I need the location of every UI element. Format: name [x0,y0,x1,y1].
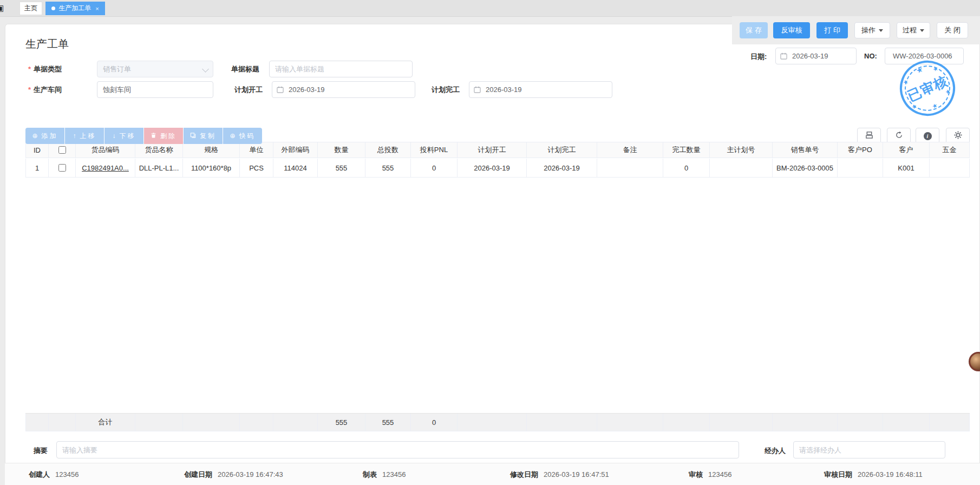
spec-cell: 1100*160*8p [183,159,240,177]
col-header: 备注 [597,142,663,158]
workshop-input[interactable] [97,81,213,98]
col-header: 货品名称 [135,142,183,158]
audit-trail-bar: 创建人123456 创建日期2026-03-19 16:47:43 制表1234… [5,463,980,485]
col-header: 规格 [183,142,240,158]
tab-home[interactable]: 主页 [19,2,42,15]
col-header: 货品编码 [76,142,135,158]
plan-start-field[interactable] [272,81,415,98]
auditor-info: 审核123456 [689,470,731,480]
workshop-field[interactable] [97,81,213,98]
move-up-button[interactable]: ↑上移 [65,128,104,144]
info-icon: i [924,132,932,140]
total-cell [135,414,183,431]
copy-row-button[interactable]: 复制 [184,128,223,144]
doc-type-select[interactable]: 销售订单 [97,61,213,77]
row-select-cell [49,159,76,177]
tab-production-order[interactable]: 生产加工单 × [45,2,105,15]
col-header: 五金 [930,142,970,158]
tab-bar: ▣ 主页 生产加工单 × [0,0,980,17]
add-row-button[interactable]: ⊕添加 [25,128,64,144]
doc-no-label: NO: [864,52,877,60]
total-cell [25,414,49,431]
plan-finish-input[interactable] [469,81,612,98]
item-name-cell: DLL-PL-L1... [135,159,183,177]
workshop-label: 生产车间 [34,85,62,95]
col-header: 外部编码 [273,142,318,158]
total-cell [930,414,970,431]
plan-start-input[interactable] [272,81,415,98]
plan-finish-cell: 2026-03-19 [527,159,597,177]
create-date-info: 创建日期2026-03-19 16:47:43 [184,470,283,480]
circle-plus-icon: ⊕ [32,132,37,140]
plan-start-label: 计划开工 [234,85,263,95]
summary-input[interactable] [56,441,739,458]
doc-type-value: 销售订单 [97,61,213,77]
doc-type-label: 单据类型 [34,64,62,74]
sales-order-cell: BM-2026-03-0005 [773,159,838,177]
total-cast-cell: 555 [365,159,411,177]
production-work-order-app: ▣ 主页 生产加工单 × 保存 反审核 打印 操作 过程 关闭 日期: NO: … [0,0,980,485]
doc-title-field[interactable] [269,61,413,77]
summary-label: 摘要 [34,446,48,456]
close-button[interactable]: 关闭 [937,22,968,38]
doc-title-label: 单据标题 [231,64,259,74]
doc-title-input[interactable] [269,61,413,77]
process-dropdown-button[interactable]: 过程 [897,22,930,38]
table-row: 1 C1982491A0... DLL-PL-L1... 1100*160*8p… [25,159,970,178]
plan-finish-field[interactable] [469,81,612,98]
total-cell [773,414,838,431]
collapse-menu-icon[interactable]: ▣ [0,3,4,13]
col-header-id: ID [25,142,49,158]
col-header: 主计划号 [710,142,773,158]
col-header: 客户PO [838,142,883,158]
quick-code-button[interactable]: ⊕快码 [223,128,262,144]
col-header-select [49,142,76,158]
copy-icon [190,132,196,140]
refresh-icon [895,131,903,141]
agent-field[interactable] [793,441,945,458]
col-header: 投料PNL [411,142,458,158]
save-button[interactable]: 保存 [740,22,768,38]
hardware-cell [930,159,970,177]
doc-date-field[interactable] [775,48,857,64]
delete-row-button[interactable]: 删除 [144,128,183,144]
doc-date-input[interactable] [775,48,857,64]
summary-field[interactable] [56,441,739,458]
table-total-row: 合计 555 555 0 [25,413,970,431]
arrow-up-icon: ↑ [73,132,76,140]
total-cell [49,414,76,431]
circle-plus-icon: ⊕ [230,132,235,140]
active-dot-icon [51,6,55,10]
plan-finish-label: 计划完工 [432,85,460,95]
col-header: 完工数量 [663,142,710,158]
row-id-cell: 1 [25,159,49,177]
table-header-row: ID 货品编码 货品名称 规格 单位 外部编码 数量 总投数 投料PNL 计划开… [25,142,970,158]
plan-start-cell: 2026-03-19 [458,159,527,177]
operate-dropdown-button[interactable]: 操作 [854,22,890,38]
remark-cell [597,159,663,177]
pnl-cell: 0 [411,159,458,177]
close-tab-icon[interactable]: × [95,5,99,12]
trash-icon [151,132,156,140]
calendar-icon [780,52,787,62]
required-asterisk: * [28,86,31,94]
chevron-down-icon [879,29,883,32]
col-header: 总投数 [365,142,411,158]
total-qty: 555 [318,414,365,431]
move-down-button[interactable]: ↓下移 [104,128,143,144]
external-code-cell: 114024 [273,159,318,177]
agent-input[interactable] [793,441,945,458]
calendar-icon [474,86,481,95]
total-cell [710,414,773,431]
layout-print-icon [865,131,873,141]
select-all-checkbox[interactable] [58,146,66,154]
master-plan-cell [710,159,773,177]
calendar-icon [277,86,284,95]
print-button[interactable]: 打印 [816,22,848,38]
reverse-audit-button[interactable]: 反审核 [773,22,810,38]
gear-icon [954,131,962,141]
item-code-link[interactable]: C1982491A0... [76,159,135,177]
row-checkbox[interactable] [58,164,66,172]
total-cell [597,414,663,431]
col-header: 计划开工 [458,142,527,158]
